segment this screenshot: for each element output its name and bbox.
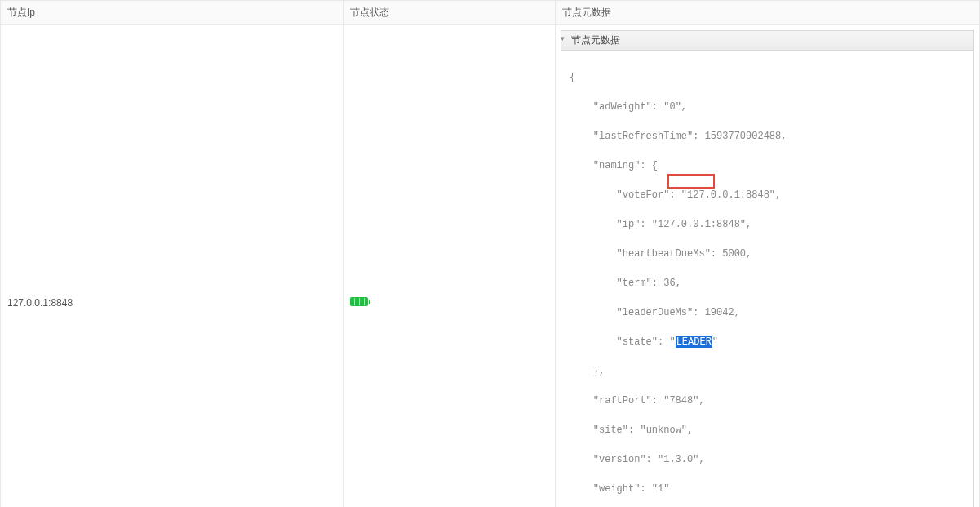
col-header-meta: 节点元数据	[556, 1, 980, 25]
col-header-status: 节点状态	[344, 1, 556, 25]
table-row: 127.0.0.1:8848 节点元数据 { "adWeight": "0", …	[1, 25, 980, 508]
cell-meta: 节点元数据 { "adWeight": "0", "lastRefreshTim…	[556, 25, 980, 508]
meta-panel-title[interactable]: 节点元数据	[561, 31, 973, 51]
col-header-ip: 节点Ip	[1, 1, 344, 25]
meta-panel: 节点元数据 { "adWeight": "0", "lastRefreshTim…	[561, 30, 974, 507]
table-header-row: 节点Ip 节点状态 节点元数据	[1, 1, 980, 25]
highlight-box	[667, 174, 715, 189]
state-value: LEADER	[676, 336, 712, 348]
cell-ip: 127.0.0.1:8848	[1, 25, 344, 508]
meta-json[interactable]: { "adWeight": "0", "lastRefreshTime": 15…	[561, 51, 973, 507]
node-table: 节点Ip 节点状态 节点元数据 127.0.0.1:8848 节点元数据 { "…	[0, 0, 980, 507]
battery-icon	[350, 297, 368, 306]
node-ip: 127.0.0.1:8848	[7, 297, 73, 309]
cell-status	[344, 25, 556, 508]
